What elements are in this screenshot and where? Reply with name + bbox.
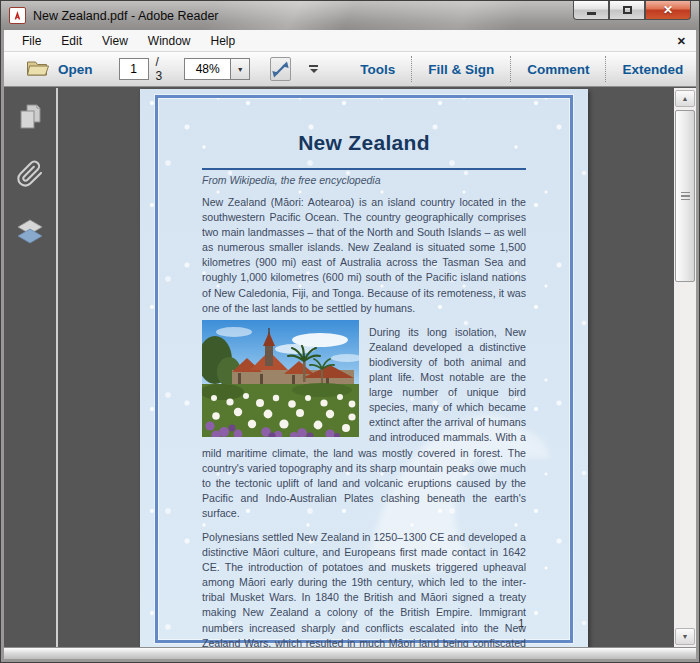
attachments-paperclip-icon[interactable] xyxy=(15,158,45,190)
folder-icon xyxy=(26,58,50,81)
layers-icon[interactable] xyxy=(15,216,45,248)
close-icon: ✕ xyxy=(663,4,673,16)
open-button[interactable]: Open xyxy=(20,55,99,84)
toolbar-separator xyxy=(510,56,511,82)
photo-government-gardens xyxy=(202,320,359,437)
article-title: New Zealand xyxy=(202,131,526,155)
page-thumbnails-icon[interactable] xyxy=(15,100,45,132)
toolbar-more-dropdown[interactable] xyxy=(303,61,324,77)
thumb-grip-icon xyxy=(681,195,690,197)
close-button[interactable]: ✕ xyxy=(645,1,691,20)
toolbar: Open / 3 ▼ Tools xyxy=(4,52,696,87)
thumb-grip-icon xyxy=(681,199,690,201)
zoom-level-input[interactable] xyxy=(184,58,231,80)
page-number-input[interactable] xyxy=(119,58,149,80)
title-bar[interactable]: New Zealand.pdf - Adobe Reader ✕ xyxy=(1,1,699,30)
scroll-up-button[interactable]: ▲ xyxy=(675,90,695,107)
page-number-label: 1 xyxy=(518,618,524,629)
thumb-grip-icon xyxy=(681,192,690,194)
chevron-down-icon: ▼ xyxy=(237,66,244,73)
adobe-pdf-icon xyxy=(9,7,26,24)
minimize-button[interactable] xyxy=(573,1,609,20)
document-canvas[interactable]: New Zealand From Wikipedia, the free enc… xyxy=(60,88,674,647)
adobe-reader-window: New Zealand.pdf - Adobe Reader ✕ File Ed… xyxy=(0,0,700,663)
menu-edit[interactable]: Edit xyxy=(51,31,92,51)
document-close-icon[interactable]: ✕ xyxy=(673,33,690,50)
tab-comment[interactable]: Comment xyxy=(513,57,603,82)
article-subtitle: From Wikipedia, the free encyclopedia xyxy=(202,174,526,186)
open-label: Open xyxy=(58,62,93,77)
menu-window[interactable]: Window xyxy=(138,31,201,51)
vertical-scrollbar[interactable]: ▲ ▼ xyxy=(674,88,696,647)
maximize-icon xyxy=(623,6,632,14)
document-view: New Zealand From Wikipedia, the free enc… xyxy=(4,88,696,647)
scrollbar-thumb[interactable] xyxy=(675,110,695,282)
tab-fill-sign[interactable]: Fill & Sign xyxy=(414,57,508,82)
tab-extended[interactable]: Extended xyxy=(608,57,697,82)
toolbar-separator xyxy=(411,56,412,82)
paragraph: Polynesians settled New Zealand in 1250–… xyxy=(202,530,526,647)
page-border-frame: New Zealand From Wikipedia, the free enc… xyxy=(155,95,573,643)
minimize-icon xyxy=(587,12,596,15)
pdf-page[interactable]: New Zealand From Wikipedia, the free enc… xyxy=(140,89,588,647)
toolbar-separator xyxy=(605,56,606,82)
maximize-button[interactable] xyxy=(609,1,645,20)
menu-view[interactable]: View xyxy=(92,31,138,51)
menu-help[interactable]: Help xyxy=(201,31,246,51)
zoom-dropdown-button[interactable]: ▼ xyxy=(231,58,250,80)
scroll-down-button[interactable]: ▼ xyxy=(675,628,695,645)
page-total-label: / 3 xyxy=(156,55,163,83)
dropdown-triangle-icon xyxy=(310,69,318,73)
menu-file[interactable]: File xyxy=(12,31,51,51)
navigation-pane xyxy=(4,88,58,647)
title-rule xyxy=(202,168,526,170)
fit-width-button[interactable] xyxy=(270,57,291,81)
dropdown-bar-icon xyxy=(309,65,318,67)
tab-tools[interactable]: Tools xyxy=(346,57,409,82)
menu-bar: File Edit View Window Help ✕ xyxy=(4,30,696,52)
scroll-up-icon: ▲ xyxy=(682,95,689,102)
window-title: New Zealand.pdf - Adobe Reader xyxy=(33,9,219,23)
status-bar xyxy=(4,647,696,659)
resize-arrows-icon xyxy=(271,60,290,79)
paragraph: New Zealand (Māori: Aotearoa) is an isla… xyxy=(202,195,526,316)
scroll-down-icon: ▼ xyxy=(682,633,689,640)
